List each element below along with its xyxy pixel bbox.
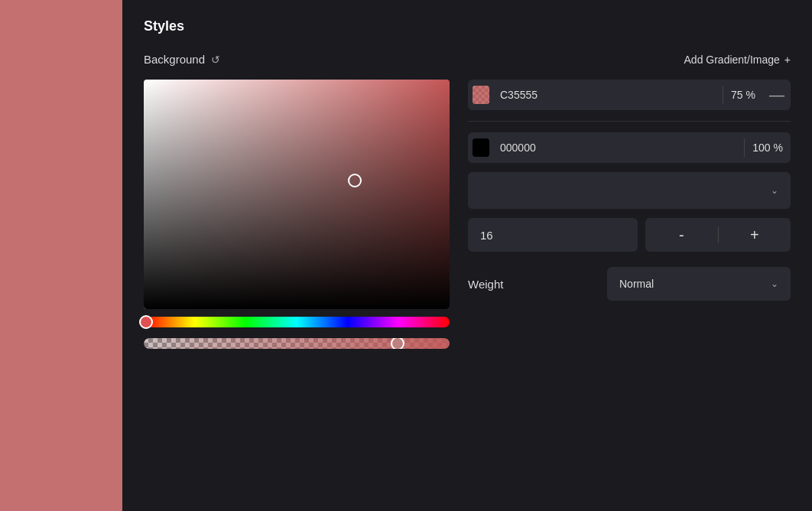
number-input-box xyxy=(468,218,638,252)
hue-slider[interactable] xyxy=(144,317,450,327)
left-background xyxy=(0,0,122,511)
hex-input-2[interactable] xyxy=(494,132,744,163)
remove-color-1-button[interactable]: — xyxy=(763,80,791,110)
hue-slider-container xyxy=(144,317,450,330)
alpha-slider-container xyxy=(144,338,450,352)
weight-label: Weight xyxy=(468,278,503,291)
weight-row: Weight Normal ⌄ xyxy=(468,267,791,301)
color-input-row-2: 100 % xyxy=(468,132,791,163)
weight-value: Normal xyxy=(619,278,654,290)
controls-panel: 75 % — 100 % ⌄ xyxy=(468,80,791,301)
color-swatch-1[interactable] xyxy=(468,80,494,110)
decrement-button[interactable]: - xyxy=(645,218,718,252)
number-stepper-row: - + xyxy=(468,218,791,252)
weight-dropdown-arrow: ⌄ xyxy=(771,278,778,289)
color-gradient-box[interactable] xyxy=(144,80,450,309)
background-label-group: Background ↺ xyxy=(144,53,220,66)
panel-title: Styles xyxy=(144,18,791,34)
style-dropdown[interactable]: ⌄ xyxy=(468,172,791,209)
hue-slider-handle[interactable] xyxy=(139,315,153,329)
main-content-area: 75 % — 100 % ⌄ xyxy=(144,80,791,352)
alpha-slider-handle[interactable] xyxy=(391,338,404,349)
stepper-box: - + xyxy=(645,218,791,252)
alpha-slider[interactable] xyxy=(144,338,450,349)
swatch-checkerboard xyxy=(473,86,489,104)
reset-icon[interactable]: ↺ xyxy=(211,54,220,66)
dropdown-arrow: ⌄ xyxy=(771,185,778,196)
separator-1 xyxy=(468,121,791,122)
swatch-checker-color xyxy=(473,86,489,104)
color-input-row-1: 75 % — xyxy=(468,80,791,110)
add-gradient-icon: + xyxy=(784,54,791,66)
hex-input-1[interactable] xyxy=(494,80,723,110)
swatch-solid-black xyxy=(473,138,489,157)
background-section-header: Background ↺ Add Gradient/Image + xyxy=(144,53,791,66)
increment-button[interactable]: + xyxy=(719,218,791,252)
color-picker-container xyxy=(144,80,450,352)
styles-panel: Styles Background ↺ Add Gradient/Image + xyxy=(122,0,812,511)
add-gradient-label: Add Gradient/Image xyxy=(684,54,780,66)
weight-dropdown[interactable]: Normal ⌄ xyxy=(607,267,791,301)
color-swatch-2[interactable] xyxy=(468,132,494,163)
number-input[interactable] xyxy=(480,229,625,242)
add-gradient-button[interactable]: Add Gradient/Image + xyxy=(684,54,791,66)
opacity-value-1: 75 % xyxy=(723,89,763,101)
opacity-value-2: 100 % xyxy=(745,142,791,154)
background-label: Background xyxy=(144,53,205,66)
color-picker-handle[interactable] xyxy=(348,174,362,187)
